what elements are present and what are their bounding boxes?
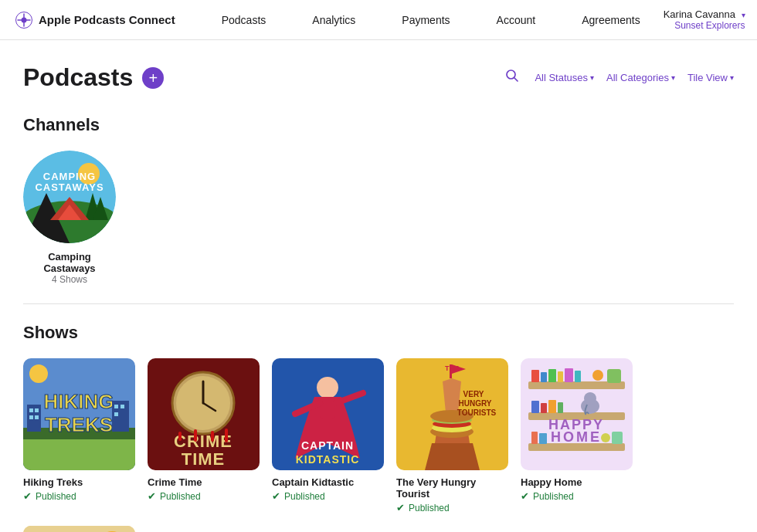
show-artwork-biking: BIKING TREKS	[23, 526, 135, 532]
svg-rect-40	[225, 429, 228, 442]
biking-treks-svg: BIKING TREKS	[23, 526, 135, 532]
svg-rect-38	[194, 429, 197, 442]
svg-text:THE: THE	[445, 364, 459, 372]
shows-grid: HIKING TREKS Hiking Treks	[23, 358, 734, 532]
show-name: Happy Home	[521, 476, 633, 488]
status-check-icon: ✔	[148, 490, 156, 502]
svg-text:CASTAWAYS: CASTAWAYS	[35, 181, 104, 193]
svg-rect-39	[211, 431, 214, 442]
svg-rect-88	[23, 526, 135, 532]
show-tile-captain[interactable]: CAPTAIN KIDTASTIC Captain Kidtastic ✔ Pu…	[272, 358, 384, 513]
status-check-icon: ✔	[521, 490, 529, 502]
svg-rect-24	[35, 415, 39, 419]
show-name: Crime Time	[148, 476, 260, 488]
channels-list: CAMPING CASTAWAYS Camping Castaways 4 Sh…	[23, 151, 734, 285]
show-artwork-happy: HAPPY HOME	[521, 358, 633, 470]
svg-point-85	[601, 433, 610, 442]
captain-kidtastic-svg: CAPTAIN KIDTASTIC	[272, 358, 384, 470]
svg-rect-26	[114, 405, 118, 408]
brand-link[interactable]: Apple Podcasts Connect	[15, 12, 175, 29]
svg-text:HUNGRY: HUNGRY	[459, 399, 492, 408]
svg-rect-83	[531, 432, 538, 444]
channels-section-title: Channels	[23, 115, 734, 135]
show-status: ✔ Published	[148, 490, 260, 502]
svg-rect-23	[29, 415, 33, 419]
nav-analytics[interactable]: Analytics	[289, 0, 378, 40]
page-title-right: All Statuses ▾ All Categories ▾ Tile Vie…	[502, 66, 734, 90]
svg-text:HIKING: HIKING	[44, 390, 114, 413]
search-button[interactable]	[502, 66, 522, 90]
show-tile-happy[interactable]: HAPPY HOME Happy Home ✔ Published	[521, 358, 633, 513]
status-check-icon: ✔	[272, 490, 280, 502]
user-chevron-icon: ▾	[742, 11, 745, 19]
channel-name: Camping Castaways	[23, 251, 116, 274]
svg-rect-22	[35, 408, 39, 412]
user-name: Karina Cavanna ▾	[664, 8, 745, 20]
categories-filter-button[interactable]: All Categories ▾	[606, 72, 675, 83]
channel-count: 4 Shows	[52, 274, 87, 285]
show-status: ✔ Published	[396, 502, 508, 513]
show-tile-biking[interactable]: BIKING TREKS Biking Treks ✔ Published	[23, 526, 135, 532]
status-check-icon: ✔	[396, 502, 405, 513]
svg-rect-72	[575, 371, 581, 382]
brand-label: Apple Podcasts Connect	[39, 13, 175, 26]
svg-point-73	[592, 370, 603, 381]
search-icon	[505, 69, 519, 83]
user-menu[interactable]: Karina Cavanna ▾ Sunset Explorers	[664, 8, 745, 31]
svg-rect-67	[531, 370, 539, 382]
svg-rect-75	[531, 401, 539, 413]
nav-account[interactable]: Account	[474, 0, 559, 40]
show-tile-crime[interactable]: CRIME TIME Crime Time ✔ Published	[148, 358, 260, 513]
svg-rect-86	[612, 432, 623, 444]
svg-text:CRIME: CRIME	[174, 432, 233, 451]
svg-rect-28	[114, 412, 118, 416]
view-filter-chevron-icon: ▾	[730, 73, 734, 82]
show-tile-hiking[interactable]: HIKING TREKS Hiking Treks	[23, 358, 135, 513]
nav-podcasts[interactable]: Podcasts	[199, 0, 290, 40]
svg-rect-77	[548, 400, 556, 413]
channel-tile[interactable]: CAMPING CASTAWAYS Camping Castaways 4 Sh…	[23, 151, 116, 285]
categories-filter-chevron-icon: ▾	[671, 73, 675, 82]
svg-rect-21	[29, 408, 33, 412]
show-artwork-crime: CRIME TIME	[148, 358, 260, 470]
svg-rect-43	[320, 397, 335, 418]
svg-rect-69	[548, 369, 556, 382]
main-content: Podcasts + All Statuses ▾ All Categories…	[0, 40, 757, 532]
svg-text:HOME: HOME	[551, 429, 602, 445]
shows-section-title: Shows	[23, 323, 734, 343]
svg-rect-68	[541, 372, 547, 382]
show-name: Captain Kidtastic	[272, 476, 384, 488]
svg-rect-27	[121, 405, 124, 408]
show-tile-hungry[interactable]: THE VERY HUNGRY TOURISTS The Very Hungry…	[396, 358, 508, 513]
svg-text:VERY: VERY	[463, 390, 484, 398]
page-title-left: Podcasts +	[23, 63, 164, 92]
svg-rect-71	[565, 368, 573, 382]
channel-artwork: CAMPING CASTAWAYS	[23, 151, 116, 243]
svg-rect-76	[541, 403, 547, 413]
happy-home-svg: HAPPY HOME	[521, 358, 633, 470]
svg-line-3	[514, 78, 518, 82]
svg-point-42	[317, 377, 338, 398]
show-status: ✔ Published	[272, 490, 384, 502]
view-filter-button[interactable]: Tile View ▾	[687, 72, 734, 83]
svg-rect-74	[607, 369, 621, 383]
svg-text:TIME: TIME	[182, 449, 226, 469]
user-subtitle: Sunset Explorers	[674, 20, 745, 31]
svg-marker-53	[425, 443, 480, 470]
svg-text:KIDTASTIC: KIDTASTIC	[296, 453, 360, 466]
svg-rect-37	[178, 432, 182, 441]
show-artwork-captain: CAPTAIN KIDTASTIC	[272, 358, 384, 470]
header: Apple Podcasts Connect Podcasts Analytic…	[0, 0, 757, 40]
show-status: ✔ Published	[23, 490, 135, 502]
nav-agreements[interactable]: Agreements	[558, 0, 663, 40]
svg-point-29	[29, 364, 48, 383]
svg-point-80	[584, 392, 596, 405]
camping-castaways-svg: CAMPING CASTAWAYS	[23, 151, 116, 243]
add-podcast-button[interactable]: +	[142, 67, 164, 89]
svg-rect-84	[539, 433, 547, 444]
status-filter-button[interactable]: All Statuses ▾	[535, 72, 594, 83]
svg-text:CAMPING: CAMPING	[43, 171, 96, 182]
show-name: The Very Hungry Tourist	[396, 476, 508, 500]
page-title-row: Podcasts + All Statuses ▾ All Categories…	[23, 63, 734, 92]
nav-payments[interactable]: Payments	[378, 0, 473, 40]
